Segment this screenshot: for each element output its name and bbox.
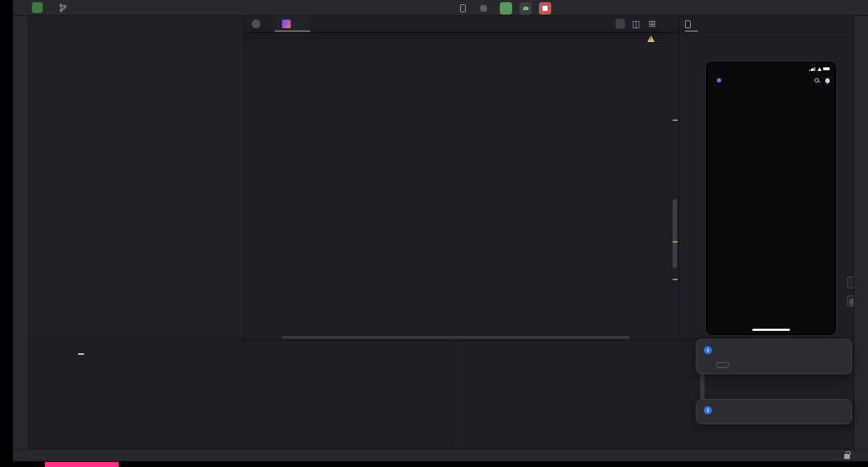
inspection-widget[interactable]	[647, 35, 665, 42]
bottom-strip	[0, 461, 868, 467]
build-panel	[29, 340, 706, 449]
phone-icon	[685, 20, 691, 28]
tab-build-analyzer[interactable]	[97, 350, 103, 353]
sticky-lines	[244, 33, 670, 33]
git-branch-icon	[59, 4, 67, 12]
device-tab[interactable]	[685, 16, 698, 32]
phone-icon	[460, 4, 466, 12]
kotlin-file-icon	[282, 20, 291, 28]
notification-git-settings[interactable]: i	[696, 399, 852, 424]
recording-indicator	[45, 462, 119, 467]
droid-icon	[523, 7, 529, 10]
project-logo	[32, 2, 43, 13]
app-module-icon	[480, 5, 487, 12]
lock-icon	[844, 454, 850, 459]
app-search-icon[interactable]	[814, 78, 820, 83]
screen-frame: ◫ ⊞	[0, 0, 868, 467]
editor-tab-bar: ◫ ⊞	[244, 16, 678, 33]
stop-icon	[542, 6, 548, 11]
battery-icon	[823, 67, 830, 71]
warning-icon	[647, 35, 655, 42]
info-icon: i	[704, 346, 712, 354]
signal-icon	[809, 67, 815, 71]
editor-more-icon[interactable]	[663, 19, 673, 29]
wifi-icon	[817, 67, 822, 71]
info-icon: i	[704, 406, 712, 414]
run-config-selector[interactable]	[480, 5, 493, 12]
split-editor-icon[interactable]: ◫	[631, 19, 641, 29]
running-devices-panel: ◎	[678, 16, 867, 340]
right-tool-stripe	[854, 16, 868, 449]
status-bar	[13, 449, 868, 461]
tab-sync[interactable]	[59, 350, 65, 353]
apply-changes-button[interactable]	[519, 2, 532, 14]
notification-agp-update[interactable]: i	[696, 339, 852, 374]
branch-selector[interactable]	[59, 4, 72, 12]
editor-hscrollbar[interactable]	[282, 336, 629, 339]
main-toolbar	[13, 0, 868, 16]
editor-scrollbar[interactable]	[671, 33, 678, 340]
tab-build-output[interactable]	[78, 350, 84, 353]
editor-list-icon[interactable]	[616, 19, 625, 29]
tab-build-gradle[interactable]	[244, 16, 275, 32]
gradle-file-icon	[252, 20, 260, 28]
app-logo-dot	[717, 78, 721, 83]
tab-navdrawer[interactable]	[275, 16, 310, 32]
open-in-window-icon[interactable]	[822, 19, 832, 29]
left-tool-stripe	[13, 16, 29, 449]
editor-layout-icon[interactable]: ⊞	[647, 19, 657, 29]
app-notifications-icon[interactable]	[825, 78, 830, 83]
home-indicator[interactable]	[752, 329, 790, 331]
indent-setting[interactable]	[844, 452, 853, 459]
project-view-selector[interactable]	[29, 16, 244, 35]
run-button[interactable]	[500, 2, 512, 14]
android-studio-window: ◫ ⊞	[13, 0, 868, 461]
devices-more-icon[interactable]	[838, 19, 847, 29]
device-selector[interactable]	[460, 4, 473, 12]
stop-button[interactable]	[539, 2, 551, 14]
emulator-bezel	[705, 61, 837, 336]
start-agp-upgrade-button[interactable]	[716, 362, 729, 368]
emulator-screen[interactable]	[707, 63, 835, 334]
build-console[interactable]	[456, 345, 699, 449]
editor: ◫ ⊞	[244, 16, 678, 340]
